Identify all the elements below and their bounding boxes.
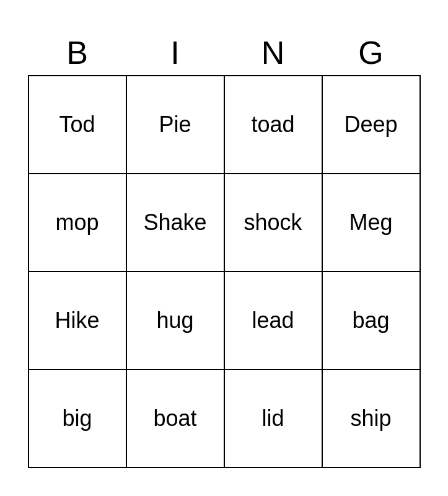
- cell-3-0[interactable]: big: [29, 370, 127, 468]
- cell-1-1[interactable]: Shake: [127, 174, 225, 272]
- cell-2-0[interactable]: Hike: [29, 272, 127, 370]
- cell-1-3[interactable]: Meg: [323, 174, 421, 272]
- cell-0-2[interactable]: toad: [225, 76, 323, 174]
- cell-0-1[interactable]: Pie: [127, 76, 225, 174]
- bingo-grid: Tod Pie toad Deep mop Shake shock Meg Hi…: [28, 75, 421, 468]
- header-i: I: [126, 28, 224, 75]
- cell-0-3[interactable]: Deep: [323, 76, 421, 174]
- cell-2-3[interactable]: bag: [323, 272, 421, 370]
- header-n: N: [224, 28, 322, 75]
- cell-2-1[interactable]: hug: [127, 272, 225, 370]
- cell-3-3[interactable]: ship: [323, 370, 421, 468]
- cell-1-0[interactable]: mop: [29, 174, 127, 272]
- bingo-header: B I N G: [29, 28, 420, 75]
- cell-0-0[interactable]: Tod: [29, 76, 127, 174]
- header-b: B: [29, 28, 126, 75]
- header-g: G: [322, 28, 420, 75]
- cell-1-2[interactable]: shock: [225, 174, 323, 272]
- bingo-card: B I N G Tod Pie toad Deep mop Shake shoc…: [28, 28, 421, 468]
- cell-3-1[interactable]: boat: [127, 370, 225, 468]
- cell-3-2[interactable]: lid: [225, 370, 323, 468]
- cell-2-2[interactable]: lead: [225, 272, 323, 370]
